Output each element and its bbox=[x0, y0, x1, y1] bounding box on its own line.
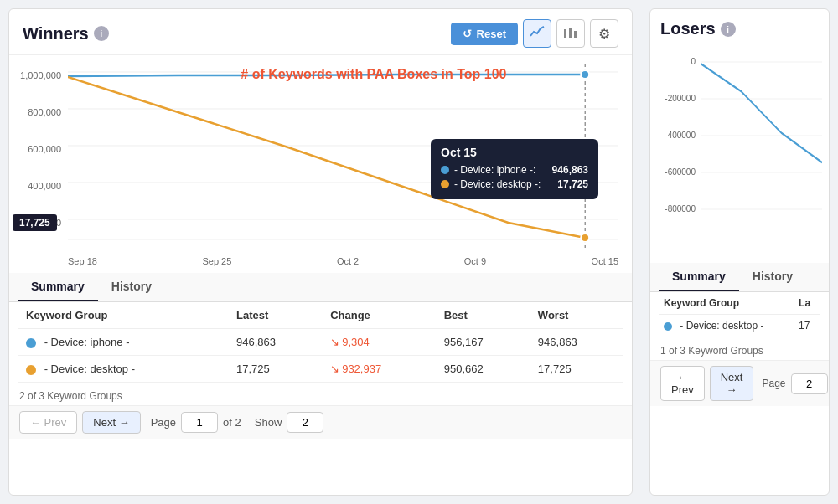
line-chart-icon bbox=[530, 26, 545, 41]
losers-tab-history[interactable]: History bbox=[739, 263, 806, 291]
losers-panel: Losers i 0 -200000 -400000 -600000 -8000… bbox=[649, 8, 830, 496]
losers-title-row: Losers i bbox=[660, 19, 736, 39]
reset-label: Reset bbox=[477, 28, 506, 40]
losers-kw-count: 1 of 3 Keyword Groups bbox=[650, 342, 829, 360]
losers-td-latest: 17 bbox=[794, 315, 820, 337]
reset-button[interactable]: ↺ Reset bbox=[451, 23, 518, 45]
change-down-desktop: 932,937 bbox=[330, 363, 427, 375]
losers-next-button[interactable]: Next → bbox=[710, 366, 754, 401]
winners-title: Winners bbox=[23, 24, 89, 44]
winners-controls: ↺ Reset ⚙ bbox=[451, 19, 618, 48]
show-label: Show bbox=[255, 416, 282, 429]
row-name-iphone: - Device: iphone - bbox=[44, 336, 130, 348]
losers-y0: 0 bbox=[650, 57, 696, 66]
losers-chart-area: 0 -200000 -400000 -600000 -800000 bbox=[650, 45, 829, 263]
winners-chart-area: # of Keywords with PAA Boxes in Top 100 … bbox=[9, 55, 632, 273]
losers-info-icon[interactable]: i bbox=[721, 22, 736, 37]
value-badge: 17,725 bbox=[13, 214, 57, 231]
losers-td-name: - Device: desktop - bbox=[659, 315, 794, 337]
arrow-iphone bbox=[330, 336, 339, 348]
th-best: Best bbox=[436, 302, 530, 329]
td-latest-iphone: 946,863 bbox=[228, 329, 322, 356]
losers-chart-svg bbox=[701, 54, 822, 238]
th-keyword-group: Keyword Group bbox=[18, 302, 228, 329]
losers-row-name: - Device: desktop - bbox=[680, 320, 763, 332]
y-label-4: 400,000 bbox=[9, 181, 61, 191]
th-latest: Latest bbox=[228, 302, 322, 329]
row-name-desktop: - Device: desktop - bbox=[44, 363, 135, 375]
table-row: - Device: desktop - 17,725 932,937 950,6… bbox=[18, 356, 623, 383]
prev-button[interactable]: ← Prev bbox=[19, 411, 77, 434]
losers-th-la: La bbox=[794, 292, 820, 315]
table-row: - Device: iphone - 946,863 9,304 956,167… bbox=[18, 329, 623, 356]
x-label-oct15: Oct 15 bbox=[592, 256, 618, 266]
losers-y4: -800000 bbox=[650, 204, 696, 213]
winners-chart-svg bbox=[68, 64, 618, 248]
losers-prev-button[interactable]: ← Prev bbox=[660, 366, 705, 401]
tab-history[interactable]: History bbox=[98, 273, 165, 301]
x-axis-labels: Sep 18 Sep 25 Oct 2 Oct 9 Oct 15 bbox=[68, 256, 618, 266]
dot-desktop bbox=[26, 365, 36, 375]
losers-y2: -400000 bbox=[650, 131, 696, 140]
losers-header: Losers i bbox=[650, 9, 829, 45]
losers-y3: -600000 bbox=[650, 167, 696, 177]
td-best-iphone: 956,167 bbox=[436, 329, 530, 356]
winners-tab-bar: Summary History bbox=[9, 273, 632, 302]
winners-table: Keyword Group Latest Change Best Worst -… bbox=[18, 302, 623, 383]
td-name-iphone: - Device: iphone - bbox=[18, 329, 228, 356]
bar-chart-button[interactable] bbox=[556, 19, 585, 48]
losers-tab-bar: Summary History bbox=[650, 263, 829, 292]
line-chart-button[interactable] bbox=[523, 19, 551, 48]
td-worst-desktop: 17,725 bbox=[530, 356, 623, 383]
svg-rect-2 bbox=[574, 31, 577, 38]
next-button[interactable]: Next → bbox=[82, 411, 140, 434]
table-header-row: Keyword Group Latest Change Best Worst bbox=[18, 302, 623, 329]
prev-label: ← Prev bbox=[30, 416, 66, 429]
x-label-oct2: Oct 2 bbox=[337, 256, 359, 266]
x-label-sep25: Sep 25 bbox=[202, 256, 231, 266]
svg-rect-1 bbox=[569, 28, 572, 38]
td-best-desktop: 950,662 bbox=[436, 356, 530, 383]
arrow-desktop bbox=[330, 363, 339, 375]
winners-table-section: Keyword Group Latest Change Best Worst -… bbox=[9, 302, 632, 387]
kw-count: 2 of 3 Keyword Groups bbox=[9, 387, 632, 405]
reset-icon: ↺ bbox=[463, 28, 472, 40]
losers-next-label: Next → bbox=[721, 371, 743, 396]
winners-panel: Winners i ↺ Reset ⚙ # of Ke bbox=[8, 8, 633, 496]
losers-pagination-bar: ← Prev Next → Page bbox=[650, 360, 829, 406]
of-label: of 2 bbox=[223, 416, 241, 429]
bar-chart-icon bbox=[563, 26, 578, 41]
losers-page-input[interactable] bbox=[791, 373, 828, 394]
y-label-2: 800,000 bbox=[9, 107, 61, 117]
y-label-1: 1,000,000 bbox=[9, 70, 61, 80]
settings-button[interactable]: ⚙ bbox=[590, 19, 618, 48]
svg-rect-0 bbox=[564, 29, 566, 38]
losers-dot bbox=[664, 322, 672, 331]
y-label-3: 600,000 bbox=[9, 144, 61, 154]
td-worst-iphone: 946,863 bbox=[530, 329, 623, 356]
td-name-desktop: - Device: desktop - bbox=[18, 356, 228, 383]
winners-title-row: Winners i bbox=[23, 24, 109, 44]
td-latest-desktop: 17,725 bbox=[228, 356, 322, 383]
page-input[interactable] bbox=[181, 412, 218, 433]
winners-info-icon[interactable]: i bbox=[94, 26, 109, 41]
change-down-iphone: 9,304 bbox=[330, 336, 427, 348]
losers-tab-summary[interactable]: Summary bbox=[659, 263, 739, 291]
svg-point-11 bbox=[581, 234, 589, 242]
losers-page-label: Page bbox=[762, 378, 785, 389]
losers-prev-label: ← Prev bbox=[671, 371, 694, 396]
x-label-sep18: Sep 18 bbox=[68, 256, 97, 266]
dot-iphone bbox=[26, 338, 36, 348]
winners-header: Winners i ↺ Reset ⚙ bbox=[9, 9, 632, 55]
td-change-iphone: 9,304 bbox=[322, 329, 436, 356]
losers-title: Losers bbox=[660, 19, 716, 39]
th-change: Change bbox=[322, 302, 436, 329]
losers-y1: -200000 bbox=[650, 94, 696, 103]
page-label: Page bbox=[151, 416, 176, 429]
losers-table: Keyword Group La - Device: desktop - 17 bbox=[659, 292, 820, 337]
losers-table-header-row: Keyword Group La bbox=[659, 292, 820, 315]
show-input[interactable] bbox=[287, 412, 323, 433]
tab-summary[interactable]: Summary bbox=[18, 273, 98, 301]
next-label: Next → bbox=[93, 416, 129, 429]
td-change-desktop: 932,937 bbox=[322, 356, 436, 383]
